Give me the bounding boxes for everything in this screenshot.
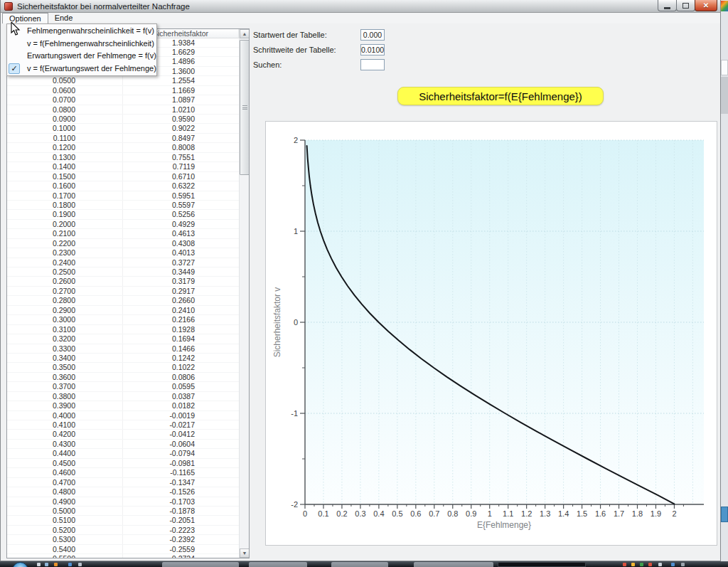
table-row[interactable]: 0.17000.5951 [7, 191, 239, 201]
close-button[interactable]: ✕ [695, 0, 717, 11]
table-row[interactable]: 0.4100-0.0217 [7, 420, 239, 430]
table-row[interactable]: 0.28000.2660 [7, 296, 239, 305]
cell-fehlmenge: 0.2000 [7, 220, 123, 228]
minimize-button[interactable] [658, 0, 677, 11]
options-menu-item[interactable]: Erwartungswert der Fehlmenge = f(v) [7, 50, 156, 63]
table-row[interactable]: 0.15000.6710 [7, 172, 239, 181]
table-row[interactable]: 0.4200-0.0412 [7, 430, 239, 439]
table-row[interactable]: 0.11000.8497 [7, 134, 239, 143]
cell-sicherheitsfaktor: 1.2554 [123, 76, 239, 85]
tray-icon[interactable] [623, 563, 626, 566]
cell-fehlmenge: 0.1400 [7, 162, 123, 171]
table-row[interactable]: 0.4300-0.0604 [7, 440, 239, 449]
startwert-tabelle-input[interactable] [360, 29, 385, 41]
app-icon [4, 2, 13, 11]
table-row[interactable]: 0.18000.5597 [7, 201, 239, 210]
table-row[interactable]: 0.21000.4613 [7, 229, 239, 238]
table-row[interactable]: 0.4400-0.0794 [7, 449, 239, 458]
taskbar-icon[interactable] [45, 563, 48, 566]
table-row[interactable]: 0.24000.3727 [7, 258, 239, 267]
options-menu-item[interactable]: v = f(Fehlmengenwahrscheinlichkeit) [7, 38, 156, 51]
taskbar-icon[interactable] [78, 563, 82, 566]
taskbar-window-button[interactable] [162, 562, 239, 567]
svg-text:1.7: 1.7 [614, 509, 624, 518]
table-row[interactable]: 0.32000.1694 [7, 334, 239, 344]
table-row[interactable]: 0.4600-0.1165 [7, 468, 239, 477]
table-row[interactable]: 0.36000.0806 [7, 373, 239, 382]
cell-sicherheitsfaktor: -0.1703 [123, 497, 239, 506]
table-row[interactable]: 0.07001.0897 [7, 95, 239, 105]
options-menu-item[interactable]: Fehlmengenwahrscheinlichkeit = f(v) [7, 25, 156, 38]
taskbar-icon[interactable] [37, 563, 41, 566]
table-row[interactable]: 0.37000.0595 [7, 382, 239, 391]
table-row[interactable]: 0.5400-0.2559 [7, 545, 239, 554]
table-row[interactable]: 0.26000.3179 [7, 277, 239, 286]
table-row[interactable]: 0.31000.1928 [7, 325, 239, 334]
schrittweite-tabelle-input[interactable] [360, 44, 385, 55]
table-row[interactable]: 0.4700-0.1347 [7, 478, 239, 487]
table-row[interactable]: 0.29000.2410 [7, 306, 239, 315]
taskbar-active-window-button[interactable] [498, 562, 586, 567]
taskbar-window-button[interactable] [331, 562, 388, 567]
chart-title-banner: Sicherheitsfaktor=f(E{Fehlmenge}) [397, 87, 604, 105]
table-row[interactable]: 0.5200-0.2223 [7, 526, 239, 535]
table-row[interactable]: 0.12000.8008 [7, 143, 239, 152]
table-row[interactable]: 0.5300-0.2392 [7, 535, 239, 544]
table-row[interactable]: 0.5100-0.2051 [7, 516, 239, 525]
table-row[interactable]: 0.5500-0.2724 [7, 554, 239, 558]
table-row[interactable]: 0.16000.6322 [7, 181, 239, 191]
table-row[interactable]: 0.06001.1669 [7, 86, 239, 95]
scroll-up-button[interactable]: ▲ [240, 29, 250, 38]
svg-text:0.2: 0.2 [336, 509, 347, 518]
table-row[interactable]: 0.14000.7119 [7, 162, 239, 171]
table-row[interactable]: 0.22000.4308 [7, 239, 239, 248]
start-button[interactable] [12, 562, 28, 567]
table-row[interactable]: 0.13000.7551 [7, 153, 239, 162]
menu-item-ende[interactable]: Ende [48, 13, 80, 23]
table-row[interactable]: 0.4800-0.1526 [7, 487, 239, 497]
taskbar-window-button[interactable] [249, 562, 307, 567]
table-row[interactable]: 0.38000.0387 [7, 392, 239, 401]
table-row[interactable]: 0.08001.0210 [7, 105, 239, 115]
menu-item-optionen[interactable]: Optionen [2, 13, 48, 23]
taskbar[interactable] [0, 561, 728, 567]
title-bar[interactable]: Sicherheitsfaktor bei normalverteilter N… [1, 0, 720, 13]
tray-icon[interactable] [671, 563, 675, 566]
scrollbar-thumb[interactable] [240, 40, 250, 175]
tray-icon[interactable] [640, 563, 643, 566]
table-row[interactable]: 0.4500-0.0981 [7, 459, 239, 468]
table-row[interactable]: 0.19000.5256 [7, 210, 239, 219]
table-row[interactable]: 0.34000.1242 [7, 354, 239, 363]
table-row[interactable]: 0.27000.2917 [7, 287, 239, 296]
chart-title: Sicherheitsfaktor=f(E{Fehlmenge}) [419, 90, 582, 102]
cell-fehlmenge: 0.5500 [7, 554, 123, 558]
tray-icon[interactable] [631, 563, 635, 566]
tray-icon[interactable] [648, 563, 652, 566]
table-row[interactable]: 0.23000.4013 [7, 248, 239, 258]
table-row[interactable]: 0.33000.1466 [7, 344, 239, 354]
svg-text:0.5: 0.5 [392, 509, 402, 518]
table-row[interactable]: 0.30000.2166 [7, 315, 239, 324]
table-row[interactable]: 0.4000-0.0019 [7, 411, 239, 420]
taskbar-window-button[interactable] [414, 562, 493, 567]
table-row[interactable]: 0.25000.3449 [7, 267, 239, 277]
scroll-down-button[interactable]: ▼ [240, 549, 250, 558]
table-row[interactable]: 0.05001.2554 [7, 76, 239, 85]
table-row[interactable]: 0.10000.9022 [7, 124, 239, 133]
table-row[interactable]: 0.39000.0182 [7, 401, 239, 410]
maximize-button[interactable] [676, 0, 695, 11]
table-row[interactable]: 0.5000-0.1878 [7, 507, 239, 516]
table-row[interactable]: 0.35000.1022 [7, 363, 239, 372]
tray-icon[interactable] [681, 563, 685, 566]
suchen-input[interactable] [360, 59, 385, 70]
taskbar-icon[interactable] [68, 563, 72, 566]
table-row[interactable]: 0.4900-0.1703 [7, 497, 239, 507]
tray-icon[interactable] [658, 563, 662, 566]
table-scrollbar[interactable]: ▲ ▼ [239, 29, 249, 558]
table-row[interactable]: 0.20000.4929 [7, 220, 239, 229]
table-row[interactable]: 0.09000.9590 [7, 115, 239, 124]
menu-bar: OptionenEnde [1, 13, 720, 23]
taskbar-icon[interactable] [54, 563, 58, 566]
options-menu-item[interactable]: v = f(Erwartungswert der Fehlmenge)✓ [7, 63, 156, 75]
cell-fehlmenge: 0.5300 [7, 535, 123, 544]
